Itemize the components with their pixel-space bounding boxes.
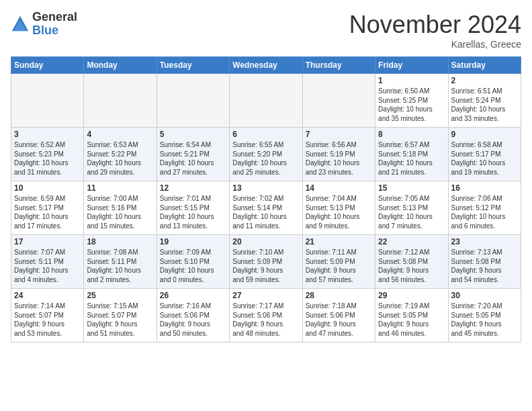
day-number: 21	[306, 237, 372, 246]
day-info: Sunrise: 7:09 AM Sunset: 5:10 PM Dayligh…	[160, 248, 226, 284]
calendar-cell: 15Sunrise: 7:05 AM Sunset: 5:13 PM Dayli…	[375, 181, 448, 235]
logo-blue: Blue	[32, 24, 77, 38]
calendar-week-row: 3Sunrise: 6:52 AM Sunset: 5:23 PM Daylig…	[11, 128, 521, 181]
day-info: Sunrise: 7:20 AM Sunset: 5:05 PM Dayligh…	[451, 302, 518, 338]
day-number: 27	[232, 291, 299, 300]
logo-icon	[11, 15, 30, 34]
title-area: November 2024 Karellas, Greece	[349, 11, 521, 50]
header-wednesday: Wednesday	[230, 57, 302, 74]
calendar-cell: 11Sunrise: 7:00 AM Sunset: 5:16 PM Dayli…	[84, 181, 157, 235]
logo: General Blue	[11, 11, 77, 38]
day-info: Sunrise: 7:16 AM Sunset: 5:06 PM Dayligh…	[160, 302, 226, 338]
calendar-week-row: 1Sunrise: 6:50 AM Sunset: 5:25 PM Daylig…	[11, 74, 521, 128]
day-info: Sunrise: 7:18 AM Sunset: 5:06 PM Dayligh…	[306, 302, 372, 338]
calendar-cell: 25Sunrise: 7:15 AM Sunset: 5:07 PM Dayli…	[84, 289, 157, 342]
day-info: Sunrise: 7:07 AM Sunset: 5:11 PM Dayligh…	[14, 248, 81, 284]
day-info: Sunrise: 6:51 AM Sunset: 5:24 PM Dayligh…	[451, 87, 518, 123]
day-number: 24	[14, 291, 81, 300]
calendar-cell: 26Sunrise: 7:16 AM Sunset: 5:06 PM Dayli…	[157, 289, 229, 342]
day-number: 17	[14, 237, 81, 246]
day-number: 10	[14, 183, 81, 193]
calendar-cell: 7Sunrise: 6:56 AM Sunset: 5:19 PM Daylig…	[302, 128, 375, 181]
day-number: 26	[160, 291, 226, 300]
day-info: Sunrise: 6:50 AM Sunset: 5:25 PM Dayligh…	[378, 87, 445, 123]
day-number: 8	[378, 130, 445, 139]
day-info: Sunrise: 7:02 AM Sunset: 5:14 PM Dayligh…	[232, 194, 299, 230]
calendar-cell	[84, 74, 157, 128]
header-monday: Monday	[84, 57, 157, 74]
day-number: 3	[14, 130, 81, 139]
calendar-cell: 12Sunrise: 7:01 AM Sunset: 5:15 PM Dayli…	[157, 181, 229, 235]
day-number: 16	[451, 183, 518, 193]
day-info: Sunrise: 7:19 AM Sunset: 5:05 PM Dayligh…	[378, 302, 445, 338]
day-number: 13	[232, 183, 299, 193]
day-info: Sunrise: 6:55 AM Sunset: 5:20 PM Dayligh…	[232, 140, 299, 177]
day-number: 5	[160, 130, 226, 139]
day-number: 20	[232, 237, 299, 246]
calendar-cell: 4Sunrise: 6:53 AM Sunset: 5:22 PM Daylig…	[84, 128, 157, 181]
header-saturday: Saturday	[448, 57, 521, 74]
day-info: Sunrise: 6:57 AM Sunset: 5:18 PM Dayligh…	[378, 140, 445, 177]
calendar-cell: 30Sunrise: 7:20 AM Sunset: 5:05 PM Dayli…	[448, 289, 521, 342]
header-sunday: Sunday	[11, 57, 84, 74]
calendar-cell: 20Sunrise: 7:10 AM Sunset: 5:09 PM Dayli…	[230, 235, 302, 289]
calendar-cell	[157, 74, 229, 128]
calendar-week-row: 17Sunrise: 7:07 AM Sunset: 5:11 PM Dayli…	[11, 235, 521, 289]
header-thursday: Thursday	[302, 57, 375, 74]
calendar-cell: 19Sunrise: 7:09 AM Sunset: 5:10 PM Dayli…	[157, 235, 229, 289]
day-number: 15	[378, 183, 445, 193]
day-info: Sunrise: 7:05 AM Sunset: 5:13 PM Dayligh…	[378, 194, 445, 230]
day-number: 9	[451, 130, 518, 139]
day-info: Sunrise: 7:14 AM Sunset: 5:07 PM Dayligh…	[14, 302, 81, 338]
day-number: 1	[378, 76, 445, 85]
calendar-cell	[302, 74, 375, 128]
day-info: Sunrise: 7:15 AM Sunset: 5:07 PM Dayligh…	[87, 302, 153, 338]
day-info: Sunrise: 6:53 AM Sunset: 5:22 PM Dayligh…	[87, 140, 153, 177]
location: Karellas, Greece	[349, 39, 521, 50]
day-number: 22	[378, 237, 445, 246]
calendar-cell: 14Sunrise: 7:04 AM Sunset: 5:13 PM Dayli…	[302, 181, 375, 235]
calendar-cell: 16Sunrise: 7:06 AM Sunset: 5:12 PM Dayli…	[448, 181, 521, 235]
month-title: November 2024	[349, 11, 521, 39]
day-info: Sunrise: 7:17 AM Sunset: 5:06 PM Dayligh…	[232, 302, 299, 338]
day-info: Sunrise: 7:00 AM Sunset: 5:16 PM Dayligh…	[87, 194, 153, 230]
calendar-cell: 27Sunrise: 7:17 AM Sunset: 5:06 PM Dayli…	[230, 289, 302, 342]
calendar-cell: 17Sunrise: 7:07 AM Sunset: 5:11 PM Dayli…	[11, 235, 84, 289]
day-number: 23	[451, 237, 518, 246]
calendar-cell: 13Sunrise: 7:02 AM Sunset: 5:14 PM Dayli…	[230, 181, 302, 235]
calendar-cell	[11, 74, 84, 128]
calendar-cell	[230, 74, 302, 128]
calendar-cell: 21Sunrise: 7:11 AM Sunset: 5:09 PM Dayli…	[302, 235, 375, 289]
calendar-cell: 23Sunrise: 7:13 AM Sunset: 5:08 PM Dayli…	[448, 235, 521, 289]
calendar-cell: 24Sunrise: 7:14 AM Sunset: 5:07 PM Dayli…	[11, 289, 84, 342]
day-number: 18	[87, 237, 153, 246]
day-info: Sunrise: 6:52 AM Sunset: 5:23 PM Dayligh…	[14, 140, 81, 177]
calendar-cell: 8Sunrise: 6:57 AM Sunset: 5:18 PM Daylig…	[375, 128, 448, 181]
day-info: Sunrise: 7:10 AM Sunset: 5:09 PM Dayligh…	[232, 248, 299, 284]
day-number: 4	[87, 130, 153, 139]
calendar-cell: 2Sunrise: 6:51 AM Sunset: 5:24 PM Daylig…	[448, 74, 521, 128]
day-number: 19	[160, 237, 226, 246]
day-info: Sunrise: 7:08 AM Sunset: 5:11 PM Dayligh…	[87, 248, 153, 284]
calendar-cell: 28Sunrise: 7:18 AM Sunset: 5:06 PM Dayli…	[302, 289, 375, 342]
calendar-cell: 1Sunrise: 6:50 AM Sunset: 5:25 PM Daylig…	[375, 74, 448, 128]
page-header: General Blue November 2024 Karellas, Gre…	[11, 11, 521, 50]
day-info: Sunrise: 6:59 AM Sunset: 5:17 PM Dayligh…	[14, 194, 81, 230]
day-info: Sunrise: 7:06 AM Sunset: 5:12 PM Dayligh…	[451, 194, 518, 230]
day-info: Sunrise: 6:58 AM Sunset: 5:17 PM Dayligh…	[451, 140, 518, 177]
calendar-cell: 29Sunrise: 7:19 AM Sunset: 5:05 PM Dayli…	[375, 289, 448, 342]
day-number: 6	[232, 130, 299, 139]
calendar-cell: 18Sunrise: 7:08 AM Sunset: 5:11 PM Dayli…	[84, 235, 157, 289]
day-number: 2	[451, 76, 518, 85]
calendar-header-row: SundayMondayTuesdayWednesdayThursdayFrid…	[11, 57, 521, 74]
day-number: 28	[306, 291, 372, 300]
day-number: 11	[87, 183, 153, 193]
day-info: Sunrise: 7:01 AM Sunset: 5:15 PM Dayligh…	[160, 194, 226, 230]
day-number: 7	[306, 130, 372, 139]
logo-text: General Blue	[32, 11, 77, 38]
day-info: Sunrise: 7:11 AM Sunset: 5:09 PM Dayligh…	[306, 248, 372, 284]
calendar-cell: 5Sunrise: 6:54 AM Sunset: 5:21 PM Daylig…	[157, 128, 229, 181]
calendar-table: SundayMondayTuesdayWednesdayThursdayFrid…	[11, 56, 521, 342]
calendar-cell: 10Sunrise: 6:59 AM Sunset: 5:17 PM Dayli…	[11, 181, 84, 235]
calendar-cell: 3Sunrise: 6:52 AM Sunset: 5:23 PM Daylig…	[11, 128, 84, 181]
